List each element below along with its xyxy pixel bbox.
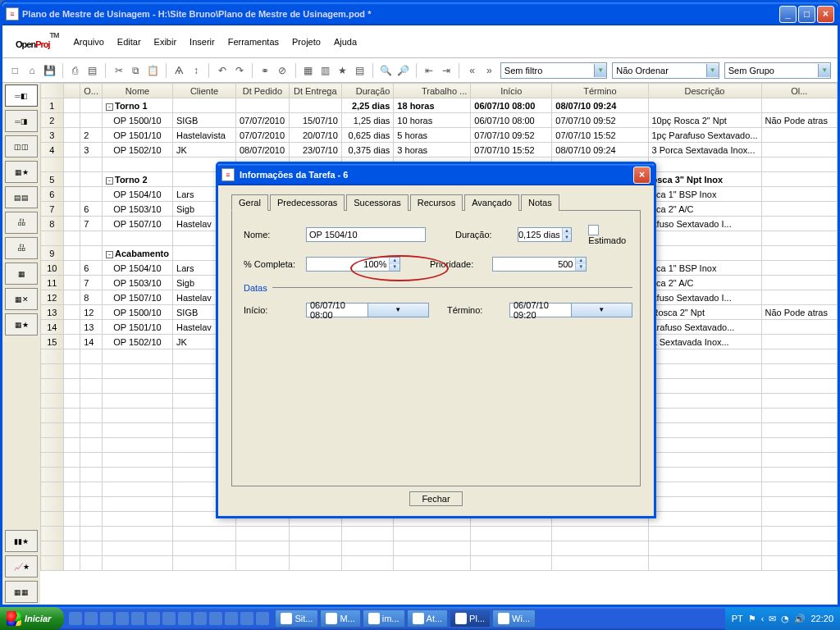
open-icon[interactable]: ⌂ <box>26 64 39 77</box>
ql-icon[interactable] <box>225 612 238 625</box>
table-row[interactable] <box>41 527 838 541</box>
col-header[interactable]: Cliente <box>173 84 236 98</box>
table-row[interactable]: 1-Torno 12,25 dias18 horas06/07/10 08:00… <box>41 98 838 113</box>
table-row[interactable]: 43 OP 1502/10JK08/07/201023/07/100,375 d… <box>41 143 838 158</box>
chevron-down-icon[interactable]: ▼ <box>368 304 429 317</box>
minimize-button[interactable]: _ <box>779 6 797 23</box>
pct-complete-input[interactable] <box>307 258 389 271</box>
name-input[interactable] <box>306 227 426 242</box>
sort-combo[interactable]: Não Ordenar▼ <box>612 62 719 79</box>
menu-ajuda[interactable]: Ajuda <box>329 34 362 50</box>
view-projects-button[interactable]: ▤▤ <box>5 186 38 208</box>
col-header[interactable]: Início <box>471 84 552 98</box>
new-icon[interactable]: □ <box>9 64 21 77</box>
menu-inserir[interactable]: Inserir <box>185 34 220 50</box>
priority-spinner[interactable]: ▲▼ <box>492 257 587 272</box>
taskbar-task[interactable]: Wi... <box>492 609 536 628</box>
ql-icon[interactable] <box>178 612 191 625</box>
taskbar-task[interactable]: At... <box>407 609 449 628</box>
print-icon[interactable]: ⎙ <box>70 64 82 77</box>
table-row[interactable] <box>41 556 838 571</box>
close-dialog-button[interactable]: Fechar <box>409 491 462 506</box>
link-icon[interactable]: ⚭ <box>259 64 272 77</box>
col-header[interactable]: Ol... <box>761 84 837 98</box>
duration-spinner[interactable]: ▲▼ <box>518 227 572 242</box>
paste-icon[interactable]: 📋 <box>147 64 159 77</box>
spinner-buttons[interactable]: ▲▼ <box>575 258 586 271</box>
ql-icon[interactable] <box>209 612 222 625</box>
menu-arquivo[interactable]: Arquivo <box>69 34 109 50</box>
spinner-buttons[interactable]: ▲▼ <box>562 228 572 241</box>
clock[interactable]: 22:20 <box>810 614 833 623</box>
chevron-down-icon[interactable]: ▼ <box>571 304 632 317</box>
ql-icon[interactable] <box>240 612 253 625</box>
scroll-icon[interactable]: ↕ <box>190 64 203 77</box>
menu-ferramentas[interactable]: Ferramentas <box>223 34 284 50</box>
view-usage-button[interactable]: ▦★ <box>5 313 38 336</box>
col-header[interactable]: Término <box>552 84 648 98</box>
col-header[interactable]: Nome <box>102 84 172 98</box>
menu-exibir[interactable]: Exibir <box>149 34 182 50</box>
ql-icon[interactable] <box>116 612 129 625</box>
resource-icon[interactable]: ★ <box>336 64 349 77</box>
zoom-in-icon[interactable]: 🔍 <box>380 64 392 77</box>
pct-complete-spinner[interactable]: ▲▼ <box>306 257 400 272</box>
view-wbs-button[interactable]: 品 <box>5 212 38 234</box>
taskbar-task[interactable]: Sit... <box>275 609 318 628</box>
ql-icon[interactable] <box>84 612 98 625</box>
col-header[interactable]: Duração <box>341 84 394 98</box>
view-report-button[interactable]: ▦ <box>5 262 38 285</box>
maximize-button[interactable]: □ <box>798 6 815 23</box>
lang-indicator[interactable]: PT <box>732 614 743 623</box>
notes-icon[interactable]: ▤ <box>354 64 366 77</box>
duration-input[interactable] <box>518 228 562 241</box>
view-resources-button[interactable]: ▦★ <box>5 161 38 183</box>
tab-avançado[interactable]: Avançado <box>464 194 519 211</box>
view-network-button[interactable]: ◫◫ <box>5 135 38 158</box>
menu-editar[interactable]: Editar <box>112 34 146 50</box>
dialog-close-button[interactable]: × <box>633 167 651 184</box>
col-header[interactable]: Trabalho ... <box>394 84 471 98</box>
undo-icon[interactable]: ↶ <box>216 64 228 77</box>
info-icon[interactable]: ▦ <box>302 64 314 77</box>
zoom-out-icon[interactable]: 🔎 <box>397 64 409 77</box>
view-detail-button[interactable]: ▦✕ <box>5 288 38 310</box>
col-header[interactable]: Dt Pedido <box>236 84 290 98</box>
save-icon[interactable]: 💾 <box>43 64 56 77</box>
redo-icon[interactable]: ↷ <box>233 64 245 77</box>
outdent-icon[interactable]: ⇤ <box>423 64 436 77</box>
ql-icon[interactable] <box>69 612 82 625</box>
tray-icon[interactable]: 🔊 <box>794 614 806 624</box>
copy-icon[interactable]: ⧉ <box>130 64 142 77</box>
end-date-combo[interactable]: 06/07/10 09:20 ▼ <box>509 303 632 317</box>
view-gantt-button[interactable]: ═◧ <box>5 84 38 107</box>
col-header[interactable]: Dt Entrega <box>289 84 341 98</box>
ql-icon[interactable] <box>100 612 113 625</box>
filter-combo[interactable]: Sem filtro▼ <box>500 62 607 79</box>
calendar-icon[interactable]: ▥ <box>319 64 331 77</box>
close-button[interactable]: × <box>817 6 834 23</box>
indent-icon[interactable]: ⇥ <box>440 64 452 77</box>
tray-icon[interactable]: ✉ <box>769 614 776 624</box>
priority-input[interactable] <box>493 258 575 271</box>
group-combo[interactable]: Sem Grupo▼ <box>724 62 831 79</box>
unlink-icon[interactable]: ⊘ <box>276 64 289 77</box>
view-taskusage-button[interactable]: ▦▦ <box>5 581 38 603</box>
table-row[interactable]: 32 OP 1501/10Hastelavista07/07/201020/07… <box>41 128 838 143</box>
find-icon[interactable]: Ѧ <box>173 64 185 77</box>
estimated-checkbox-wrap[interactable]: Estimado <box>588 224 628 245</box>
ql-icon[interactable] <box>194 612 207 625</box>
prev-icon[interactable]: « <box>466 64 478 77</box>
view-chart-button[interactable]: 📈★ <box>5 555 38 578</box>
start-date-combo[interactable]: 06/07/10 08:00 ▼ <box>306 303 429 317</box>
col-header[interactable]: O... <box>80 84 103 98</box>
spinner-buttons[interactable]: ▲▼ <box>389 258 399 271</box>
estimated-checkbox[interactable] <box>588 225 599 235</box>
menu-projeto[interactable]: Projeto <box>287 34 326 50</box>
cut-icon[interactable]: ✂ <box>112 64 125 77</box>
taskbar-task[interactable]: Pl... <box>450 609 491 628</box>
next-icon[interactable]: » <box>483 64 495 77</box>
col-header[interactable] <box>63 84 80 98</box>
col-rownum[interactable] <box>41 84 64 98</box>
tab-recursos[interactable]: Recursos <box>410 194 463 211</box>
